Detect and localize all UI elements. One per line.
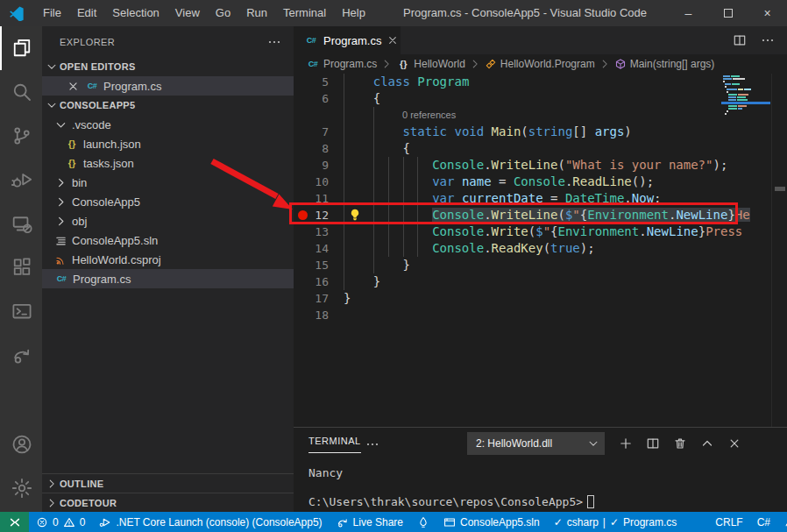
menu-terminal[interactable]: Terminal [275,0,334,26]
menu-go[interactable]: Go [208,0,238,26]
panel-more-actions-icon[interactable] [365,437,379,451]
code-line-9[interactable]: 9 Console.WriteLine("What is your name?"… [294,157,787,174]
eol-status[interactable]: CRLF [708,512,749,532]
tree-item-bin[interactable]: bin [42,173,294,192]
live-share-icon [337,516,349,528]
line-number[interactable]: 10 [294,174,329,190]
tree-item-obj[interactable]: obj [42,211,294,231]
project-header[interactable]: CONSOLEAPP5 [42,96,294,115]
code-line-15[interactable]: 15 } [294,257,787,273]
flame-status[interactable] [410,512,436,532]
split-terminal-icon[interactable] [646,436,660,450]
live-share-status[interactable]: Live Share [330,512,410,532]
line-number[interactable]: 15 [294,257,329,273]
tab-terminal[interactable]: TERMINAL [308,436,361,453]
terminal-select[interactable]: 2: HelloWorld.dll [467,432,605,455]
code-line-18[interactable]: 18 [294,307,787,323]
maximize-button[interactable] [708,0,748,26]
activity-explorer[interactable] [0,26,42,70]
activity-extensions[interactable] [0,245,42,289]
line-number[interactable]: 18 [294,307,329,323]
open-editors-header[interactable]: OPEN EDITORS [42,57,294,76]
split-editor-icon[interactable] [733,33,747,47]
solution-status[interactable]: ConsoleApp5.sln [436,512,547,532]
tree-item-consoleapp5[interactable]: ConsoleApp5 [42,192,294,211]
new-terminal-icon[interactable] [619,436,633,450]
code-line-11[interactable]: 11 var currentDate = DateTime.Now; [294,190,787,207]
close-panel-icon[interactable] [727,436,741,450]
code-line-12[interactable]: 12 Console.WriteLine($"{Environment.NewL… [294,207,787,223]
activity-search[interactable] [0,70,42,114]
section-outline[interactable]: OUTLINE [42,473,294,493]
line-number[interactable]: 14 [294,240,329,257]
line-number[interactable]: 5 [294,74,329,90]
line-number[interactable]: 7 [294,124,329,140]
codelens-references[interactable]: 0 references [294,107,787,124]
line-number[interactable]: 17 [294,290,329,307]
lightbulb-icon[interactable] [348,208,362,222]
check-icon: ✓ [554,516,563,528]
breadcrumb-item[interactable]: Main(string[] args) [630,58,715,70]
remote-indicator[interactable] [0,512,29,532]
language-status[interactable]: C# [750,512,777,532]
tab-program-cs[interactable]: C# Program.cs [294,26,401,54]
more-actions-icon[interactable] [267,35,281,49]
menu-view[interactable]: View [167,0,208,26]
open-editor-item[interactable]: C#Program.cs [42,76,294,96]
activity-source-control[interactable] [0,114,42,158]
line-number[interactable]: 8 [294,140,329,157]
maximize-panel-icon[interactable] [700,436,714,450]
tree-item-consoleapp5-sln[interactable]: ConsoleApp5.sln [42,231,294,250]
breadcrumb-item[interactable]: Program.cs [323,58,377,70]
tree-item-launch-json[interactable]: {}launch.json [42,134,294,153]
code-line-7[interactable]: 7 static void Main(string[] args) [294,124,787,140]
tree-item-label: ConsoleApp5.sln [72,234,158,247]
line-number[interactable]: 6 [294,90,329,107]
breadcrumb-item[interactable]: HelloWorld [414,58,464,70]
minimap[interactable] [721,75,770,117]
close-icon[interactable] [67,80,80,93]
activity-live-share[interactable] [0,333,42,377]
menu-run[interactable]: Run [238,0,275,26]
activity-run-debug[interactable] [0,158,42,202]
code-line-16[interactable]: 16 } [294,273,787,290]
code-line-14[interactable]: 14 Console.ReadKey(true); [294,240,787,257]
debug-launch-status[interactable]: .NET Core Launch (console) (ConsoleApp5) [92,512,329,532]
feedback-status[interactable] [777,512,787,532]
problems-status[interactable]: 0 0 [29,512,92,532]
task-status[interactable]: ✓ csharp | ✓ Program.cs [547,512,684,532]
kill-terminal-icon[interactable] [673,436,687,450]
tree-item-tasks-json[interactable]: {}tasks.json [42,153,294,173]
editor-scrollbar[interactable] [771,74,787,427]
activity-settings[interactable] [0,466,42,510]
editor-more-actions-icon[interactable] [761,33,775,47]
code-line-8[interactable]: 8 { [294,140,787,157]
code-line-10[interactable]: 10 var name = Console.ReadLine(); [294,174,787,190]
minimize-button[interactable]: – [669,0,708,26]
activity-accounts[interactable] [0,422,42,466]
menu-edit[interactable]: Edit [69,0,104,26]
tree-item-helloworld-csproj[interactable]: HelloWorld.csproj [42,250,294,269]
line-number[interactable]: 11 [294,190,329,207]
code-line-17[interactable]: 17} [294,290,787,307]
code-line-6[interactable]: 6 { [294,90,787,107]
section-codetour[interactable]: CODETOUR [42,493,294,512]
line-number[interactable]: 9 [294,157,329,174]
activity-powershell[interactable] [0,289,42,333]
activity-remote-explorer[interactable] [0,202,42,245]
tree-item--vscode[interactable]: .vscode [42,115,294,134]
close-button[interactable]: × [748,0,787,26]
menu-selection[interactable]: Selection [104,0,167,26]
line-number[interactable]: 13 [294,223,329,240]
line-number[interactable]: 16 [294,273,329,290]
tree-item-program-cs[interactable]: C#Program.cs [42,269,294,288]
tab-close-icon[interactable] [386,34,399,46]
breakpoint-icon[interactable] [298,210,308,220]
menu-file[interactable]: File [35,0,69,26]
breadcrumb-item[interactable]: HelloWorld.Program [500,58,595,70]
terminal-prompt-line[interactable]: C:\Users\thrak\source\repos\ConsoleApp5> [308,495,594,508]
code-editor[interactable]: 5 class Program6 {0 references7 static v… [294,74,787,427]
menu-help[interactable]: Help [334,0,373,26]
code-line-13[interactable]: 13 Console.Write($"{Environment.NewLine}… [294,223,787,240]
code-line-5[interactable]: 5 class Program [294,74,787,90]
